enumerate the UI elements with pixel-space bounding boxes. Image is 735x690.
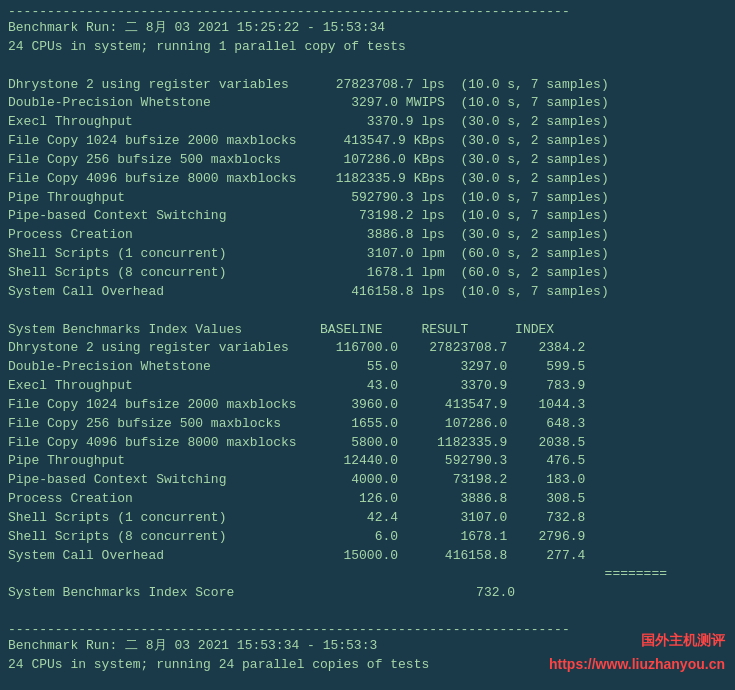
list-item: File Copy 1024 bufsize 2000 maxblocks 41… xyxy=(8,132,727,151)
list-item: Pipe Throughput 592790.3 lps (10.0 s, 7 … xyxy=(8,189,727,208)
list-item: Shell Scripts (8 concurrent) 1678.1 lpm … xyxy=(8,264,727,283)
divider-bottom: ----------------------------------------… xyxy=(8,622,727,637)
section1-data: Dhrystone 2 using register variables 278… xyxy=(8,76,727,302)
list-item: Process Creation 3886.8 lps (30.0 s, 2 s… xyxy=(8,226,727,245)
list-item: File Copy 256 bufsize 500 maxblocks 1072… xyxy=(8,151,727,170)
list-item: Double-Precision Whetstone 3297.0 MWIPS … xyxy=(8,94,727,113)
table-row: Dhrystone 2 using register variables 116… xyxy=(8,339,727,358)
list-item: Execl Throughput 3370.9 lps (30.0 s, 2 s… xyxy=(8,113,727,132)
table-row: File Copy 256 bufsize 500 maxblocks 1655… xyxy=(8,415,727,434)
watermark-2: https://www.liuzhanyou.cn xyxy=(549,656,725,672)
table-row: Double-Precision Whetstone 55.0 3297.0 5… xyxy=(8,358,727,377)
table-row: Pipe Throughput 12440.0 592790.3 476.5 xyxy=(8,452,727,471)
divider-top: ----------------------------------------… xyxy=(8,4,727,19)
table-row: Execl Throughput 43.0 3370.9 783.9 xyxy=(8,377,727,396)
terminal: ----------------------------------------… xyxy=(8,4,727,675)
list-item: Pipe-based Context Switching 73198.2 lps… xyxy=(8,207,727,226)
table-row: Pipe-based Context Switching 4000.0 7319… xyxy=(8,471,727,490)
list-item: Dhrystone 2 using register variables 278… xyxy=(8,76,727,95)
benchmark-run-1: Benchmark Run: 二 8月 03 2021 15:25:22 - 1… xyxy=(8,19,727,38)
list-item: File Copy 4096 bufsize 8000 maxblocks 11… xyxy=(8,170,727,189)
cpu-info-1: 24 CPUs in system; running 1 parallel co… xyxy=(8,38,727,57)
watermark-1: 国外主机测评 xyxy=(641,632,725,650)
table-row: System Call Overhead 15000.0 416158.8 27… xyxy=(8,547,727,566)
index-header: System Benchmarks Index Values BASELINE … xyxy=(8,321,727,340)
equals-line: ======== xyxy=(8,565,727,584)
benchmark-run-2: Benchmark Run: 二 8月 03 2021 15:53:34 - 1… xyxy=(8,637,727,656)
table-row: File Copy 4096 bufsize 8000 maxblocks 58… xyxy=(8,434,727,453)
index-data: Dhrystone 2 using register variables 116… xyxy=(8,339,727,565)
list-item: System Call Overhead 416158.8 lps (10.0 … xyxy=(8,283,727,302)
table-row: Shell Scripts (8 concurrent) 6.0 1678.1 … xyxy=(8,528,727,547)
table-row: File Copy 1024 bufsize 2000 maxblocks 39… xyxy=(8,396,727,415)
list-item: Shell Scripts (1 concurrent) 3107.0 lpm … xyxy=(8,245,727,264)
table-row: Process Creation 126.0 3886.8 308.5 xyxy=(8,490,727,509)
score-line: System Benchmarks Index Score 732.0 xyxy=(8,584,727,603)
table-row: Shell Scripts (1 concurrent) 42.4 3107.0… xyxy=(8,509,727,528)
